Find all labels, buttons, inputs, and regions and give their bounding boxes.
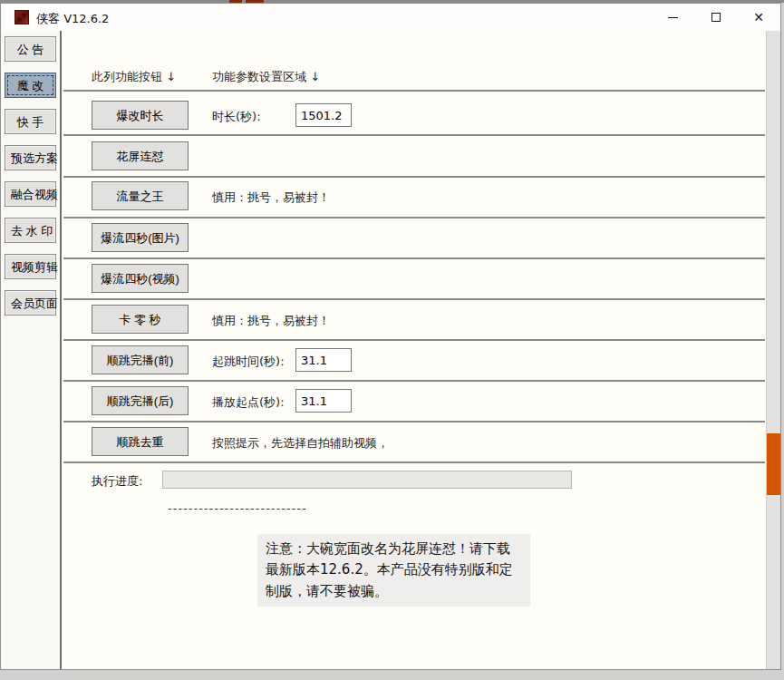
row-separator [63, 134, 765, 136]
row-separator [63, 461, 765, 463]
glitch-screen-button[interactable]: 花屏连怼 [92, 141, 189, 170]
burst-4s-image-button[interactable]: 爆流四秒(图片) [92, 223, 189, 252]
play-start-label: 播放起点(秒): [212, 394, 285, 411]
row-separator [63, 90, 765, 92]
row-separator [63, 298, 765, 300]
app-window: 侠客 V12.6.2 ✕ 公 告 魔 改 快 手 预选方案 融合视频 去 水 印… [0, 3, 781, 670]
row-separator [63, 339, 765, 341]
vertical-scrollbar[interactable] [766, 31, 780, 669]
jump-time-input[interactable] [295, 348, 352, 372]
sidebar-item-video-edit[interactable]: 视频剪辑 [5, 254, 56, 279]
traffic-king-button[interactable]: 流量之王 [92, 181, 189, 210]
burst-4s-video-button[interactable]: 爆流四秒(视频) [92, 264, 189, 293]
column-header-params: 功能参数设置区域 ↓ [212, 69, 320, 85]
sidebar: 公 告 魔 改 快 手 预选方案 融合视频 去 水 印 视频剪辑 会员页面 [1, 31, 62, 669]
app-logo-icon [15, 10, 29, 24]
sidebar-item-announcement[interactable]: 公 告 [5, 36, 56, 62]
burst-duration-button[interactable]: 爆改时长 [92, 101, 189, 130]
skip-play-front-button[interactable]: 顺跳完播(前) [92, 345, 189, 374]
close-icon: ✕ [753, 11, 764, 24]
close-button[interactable]: ✕ [738, 4, 779, 31]
title-bar: 侠客 V12.6.2 ✕ [1, 4, 780, 31]
row-separator [63, 217, 765, 219]
duration-input[interactable] [295, 103, 352, 127]
progress-label: 执行进度: [92, 473, 142, 490]
row-separator [63, 176, 765, 178]
play-start-input[interactable] [295, 389, 352, 413]
scrollbar-thumb[interactable] [767, 433, 780, 495]
progress-bar [162, 471, 572, 489]
traffic-king-warning: 慎用：挑号，易被封！ [212, 189, 330, 206]
sidebar-item-merge-video[interactable]: 融合视频 [5, 181, 56, 207]
jump-time-label: 起跳时间(秒): [212, 354, 285, 370]
sidebar-item-remove-watermark[interactable]: 去 水 印 [5, 218, 56, 243]
zero-second-button[interactable]: 卡 零 秒 [92, 305, 189, 334]
row-separator [63, 380, 765, 382]
row-separator [63, 421, 765, 423]
skip-dedup-hint: 按照提示，先选择自拍辅助视频， [212, 435, 389, 452]
dashed-divider: --------------------------- [168, 501, 307, 515]
skip-dedup-button[interactable]: 顺跳去重 [92, 427, 189, 456]
column-header-buttons: 此列功能按钮 ↓ [92, 69, 176, 85]
zero-second-warning: 慎用：挑号，易被封！ [212, 313, 330, 329]
skip-play-back-button[interactable]: 顺跳完播(后) [92, 386, 189, 415]
maximize-button[interactable] [695, 4, 737, 31]
sidebar-item-preset-plan[interactable]: 预选方案 [5, 145, 56, 170]
maximize-icon [711, 13, 721, 22]
sidebar-item-member-page[interactable]: 会员页面 [5, 290, 56, 316]
notice-text: 注意：大碗宽面改名为花屏连怼！请下载最新版本12.6.2。本产品没有特别版和定制… [257, 534, 530, 607]
sidebar-item-kuaishou[interactable]: 快 手 [5, 109, 56, 134]
row-separator [63, 257, 765, 259]
duration-label: 时长(秒): [212, 109, 261, 125]
sidebar-item-mod[interactable]: 魔 改 [5, 73, 56, 98]
window-title: 侠客 V12.6.2 [36, 11, 109, 27]
minimize-button[interactable] [652, 4, 693, 31]
minimize-icon [668, 17, 678, 18]
